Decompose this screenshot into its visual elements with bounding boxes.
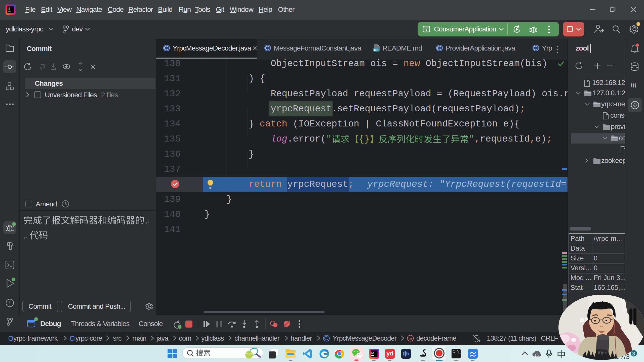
svg-text:m: m xyxy=(409,336,412,340)
svg-text:MD: MD xyxy=(374,49,378,52)
svg-text:IJ: IJ xyxy=(371,351,374,354)
svg-text:IJ: IJ xyxy=(8,7,10,10)
